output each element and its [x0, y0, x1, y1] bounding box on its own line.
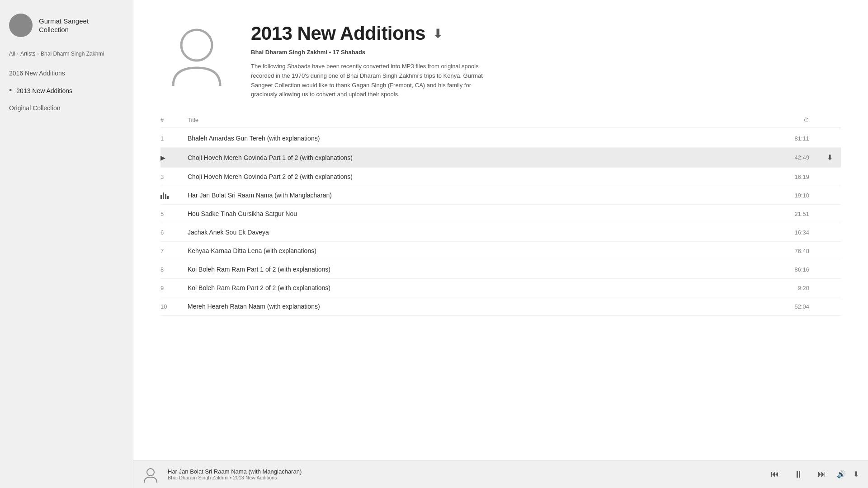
track-list: # Title ⏱ 1 Bhaleh Amardas Gun Tereh (wi…	[133, 113, 868, 460]
svg-point-1	[147, 469, 154, 476]
col-action	[818, 117, 841, 123]
breadcrumb-sep1: ›	[17, 51, 19, 56]
track-row[interactable]: 3 Choji Hoveh Mereh Govinda Part 2 of 2 …	[160, 168, 841, 186]
player-track-title: Har Jan Bolat Sri Raam Nama (with Mangla…	[168, 468, 760, 475]
track-num-cell: 8	[160, 266, 188, 273]
album-download-icon[interactable]: ⬇	[433, 26, 443, 41]
breadcrumb: All › Artists › Bhai Dharm Singh Zakhmi	[0, 51, 133, 65]
player-info: Har Jan Bolat Sri Raam Nama (with Mangla…	[168, 468, 760, 480]
album-title-row: 2013 New Additions ⬇	[251, 23, 841, 44]
logo-text: Gurmat Sangeet Collection	[39, 17, 89, 34]
album-title: 2013 New Additions	[251, 23, 425, 44]
album-info: 2013 New Additions ⬇ Bhai Dharam Singh Z…	[251, 18, 841, 99]
bars-indicator	[160, 192, 188, 199]
album-header: 2013 New Additions ⬇ Bhai Dharam Singh Z…	[133, 0, 868, 113]
sidebar-item-2013-label: 2013 New Additions	[16, 87, 72, 94]
track-number: 1	[160, 135, 164, 142]
play-pause-button[interactable]: ⏸	[792, 467, 805, 482]
col-duration: ⏱	[773, 117, 818, 123]
breadcrumb-sep2: ›	[37, 51, 39, 56]
track-download-cell: ⬇	[818, 153, 841, 162]
sidebar-item-2016-label: 2016 New Additions	[9, 70, 65, 77]
track-duration: 86:16	[773, 266, 818, 273]
player-avatar	[142, 466, 159, 483]
track-number: 3	[160, 174, 164, 180]
track-row[interactable]: 5 Hou Sadke Tinah Gursikha Satgur Nou 21…	[160, 205, 841, 223]
track-title: Bhaleh Amardas Gun Tereh (with explanati…	[188, 135, 773, 142]
track-row[interactable]: Har Jan Bolat Sri Raam Nama (with Mangla…	[160, 186, 841, 205]
play-indicator: ▶	[160, 154, 165, 161]
track-num-cell: 9	[160, 284, 188, 291]
track-title: Koi Boleh Ram Ram Part 2 of 2 (with expl…	[188, 284, 773, 291]
track-row[interactable]: 9 Koi Boleh Ram Ram Part 2 of 2 (with ex…	[160, 279, 841, 297]
track-duration: 81:11	[773, 135, 818, 142]
track-duration: 19:10	[773, 192, 818, 199]
album-description: The following Shabads have been recently…	[251, 62, 495, 99]
track-num-cell	[160, 192, 188, 199]
breadcrumb-all[interactable]: All	[9, 51, 15, 57]
track-list-header: # Title ⏱	[160, 113, 841, 127]
track-duration: 52:04	[773, 303, 818, 310]
logo-area: Gurmat Sangeet Collection	[0, 9, 133, 51]
track-num-cell: 3	[160, 173, 188, 180]
svg-point-0	[181, 30, 212, 61]
col-title: Title	[188, 117, 773, 123]
volume-icon[interactable]: 🔊	[837, 470, 846, 479]
track-row[interactable]: 7 Kehyaa Karnaa Ditta Lena (with explana…	[160, 242, 841, 260]
track-download-icon[interactable]: ⬇	[827, 154, 833, 161]
sidebar: Gurmat Sangeet Collection All › Artists …	[0, 0, 133, 488]
track-number: 7	[160, 248, 164, 254]
track-num-cell: 7	[160, 247, 188, 254]
track-title: Koi Boleh Ram Ram Part 1 of 2 (with expl…	[188, 266, 773, 273]
track-row[interactable]: ▶ Choji Hoveh Mereh Govinda Part 1 of 2 …	[160, 148, 841, 168]
sidebar-item-2013[interactable]: 2013 New Additions	[0, 81, 133, 100]
track-num-cell: 10	[160, 303, 188, 310]
track-title: Hou Sadke Tinah Gursikha Satgur Nou	[188, 210, 773, 217]
track-row[interactable]: 8 Koi Boleh Ram Ram Part 1 of 2 (with ex…	[160, 260, 841, 279]
main-content: 2013 New Additions ⬇ Bhai Dharam Singh Z…	[133, 0, 868, 488]
track-title: Kehyaa Karnaa Ditta Lena (with explanati…	[188, 247, 773, 254]
track-duration: 16:34	[773, 229, 818, 236]
track-number: 9	[160, 285, 164, 291]
track-title: Har Jan Bolat Sri Raam Nama (with Mangla…	[188, 192, 773, 199]
track-row[interactable]: 1 Bhaleh Amardas Gun Tereh (with explana…	[160, 129, 841, 148]
track-number: 6	[160, 229, 164, 236]
track-duration: 42:49	[773, 154, 818, 161]
track-num-cell: 6	[160, 229, 188, 236]
track-duration: 76:48	[773, 248, 818, 254]
bottom-player: Har Jan Bolat Sri Raam Nama (with Mangla…	[133, 460, 868, 488]
player-download-icon[interactable]: ⬇	[853, 470, 859, 479]
track-row[interactable]: 10 Mereh Heareh Ratan Naam (with explana…	[160, 297, 841, 316]
sidebar-item-original-label: Original Collection	[9, 104, 61, 112]
track-number: 10	[160, 303, 167, 310]
player-controls: ⏮ ⏸ ⏭	[769, 467, 828, 482]
album-art	[160, 18, 233, 90]
track-title: Jachak Anek Sou Ek Daveya	[188, 229, 773, 236]
col-num: #	[160, 117, 188, 123]
track-title: Choji Hoveh Mereh Govinda Part 2 of 2 (w…	[188, 173, 773, 180]
track-duration: 16:19	[773, 174, 818, 180]
logo-circle	[9, 14, 33, 37]
breadcrumb-artists[interactable]: Artists	[20, 51, 35, 57]
next-button[interactable]: ⏭	[816, 468, 828, 481]
track-row[interactable]: 6 Jachak Anek Sou Ek Daveya 16:34	[160, 223, 841, 242]
breadcrumb-current: Bhai Dharm Singh Zakhmi	[41, 51, 104, 57]
player-right: 🔊 ⬇	[837, 470, 859, 479]
album-subtitle: Bhai Dharam Singh Zakhmi • 17 Shabads	[251, 49, 841, 56]
track-num-cell: ▶	[160, 154, 188, 161]
sidebar-item-2016[interactable]: 2016 New Additions	[0, 65, 133, 81]
sidebar-item-original[interactable]: Original Collection	[0, 100, 133, 116]
track-title: Choji Hoveh Mereh Govinda Part 1 of 2 (w…	[188, 154, 773, 161]
track-num-cell: 1	[160, 135, 188, 142]
track-number: 5	[160, 211, 164, 217]
track-num-cell: 5	[160, 210, 188, 217]
track-title: Mereh Heareh Ratan Naam (with explanatio…	[188, 303, 773, 310]
track-rows: 1 Bhaleh Amardas Gun Tereh (with explana…	[160, 129, 841, 316]
player-track-sub: Bhai Dharam Singh Zakhmi • 2013 New Addi…	[168, 475, 760, 480]
prev-button[interactable]: ⏮	[769, 468, 781, 481]
track-duration: 21:51	[773, 211, 818, 217]
track-number: 8	[160, 266, 164, 273]
track-duration: 9:20	[773, 285, 818, 291]
